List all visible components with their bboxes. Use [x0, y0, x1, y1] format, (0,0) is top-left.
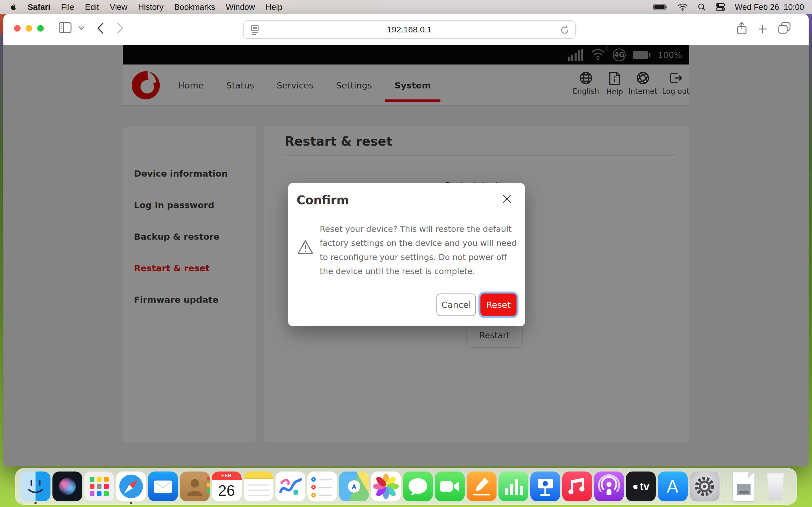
reminders-icon [307, 471, 337, 501]
pages-icon [467, 471, 497, 501]
macos-dock: FEB 26 [15, 468, 797, 505]
forward-button[interactable] [116, 22, 124, 34]
menu-help[interactable]: Help [266, 3, 283, 12]
toolbar-separator [74, 24, 74, 36]
confirm-dialog: Confirm Reset your device? This will res… [288, 183, 525, 326]
sidebar-chevron-icon[interactable] [78, 25, 85, 31]
address-bar[interactable]: 192.168.0.1 [243, 20, 576, 39]
dock-item-maps[interactable] [338, 468, 370, 505]
menu-bookmarks[interactable]: Bookmarks [174, 3, 215, 12]
menu-view[interactable]: View [110, 3, 127, 12]
menu-bar-clock[interactable]: Wed Feb 26 10:00 [735, 3, 804, 12]
dock-item-trash[interactable] [760, 468, 792, 505]
dock-divider [724, 472, 724, 501]
menu-history[interactable]: History [138, 3, 163, 12]
trash-icon [766, 473, 785, 500]
wifi-status-icon[interactable] [677, 3, 688, 11]
reset-button[interactable]: Reset [480, 293, 516, 316]
safari-window: 192.168.0.1 [3, 14, 809, 466]
back-button[interactable] [96, 22, 104, 34]
close-icon[interactable] [501, 193, 513, 205]
facetime-icon [435, 471, 465, 501]
share-icon[interactable] [737, 22, 747, 35]
safari-toolbar: 192.168.0.1 [3, 14, 809, 45]
battery-status-icon[interactable] [653, 3, 668, 11]
dock-item-safari[interactable] [115, 468, 147, 505]
dock-item-photos[interactable] [370, 468, 402, 505]
dock-item-reminders[interactable] [306, 468, 338, 505]
dock-item-system-settings[interactable] [689, 468, 720, 505]
apple-tv-icon: tv [626, 471, 656, 501]
mail-icon [148, 471, 178, 501]
new-tab-icon[interactable] [758, 24, 767, 34]
freeform-icon [275, 471, 305, 501]
tv-label: tv [640, 481, 650, 493]
page-format-icon[interactable] [250, 25, 260, 37]
calendar-icon: FEB 26 [212, 471, 242, 501]
app-store-icon: A [658, 471, 688, 501]
notes-icon [244, 471, 273, 501]
dock-item-mail[interactable] [147, 468, 179, 505]
contacts-icon [180, 471, 210, 501]
clock-date: Wed Feb 26 [735, 3, 779, 12]
warning-icon [297, 239, 313, 255]
messages-icon [403, 471, 433, 501]
dock-item-tv[interactable]: tv [625, 468, 657, 505]
menu-window[interactable]: Window [226, 3, 255, 12]
window-minimize-button[interactable] [26, 25, 32, 32]
music-icon [562, 471, 592, 501]
system-settings-icon [690, 471, 719, 501]
running-indicator [35, 502, 37, 504]
running-indicator [130, 502, 132, 504]
menu-app-name[interactable]: Safari [28, 3, 50, 12]
dock-item-freeform[interactable] [274, 468, 306, 505]
dock-item-siri[interactable] [51, 468, 83, 505]
maps-icon [339, 471, 369, 501]
dock-item-messages[interactable] [402, 468, 434, 505]
dock-item-facetime[interactable] [434, 468, 465, 505]
dock-item-downloads-stack[interactable] [728, 468, 760, 505]
dock-item-keynote[interactable] [529, 468, 561, 505]
url-text: 192.168.0.1 [387, 25, 432, 34]
dock-item-contacts[interactable] [179, 468, 211, 505]
app-store-letter: A [667, 476, 678, 496]
control-center-icon[interactable] [716, 3, 725, 11]
dock-item-launchpad[interactable] [83, 468, 115, 505]
dock-item-music[interactable] [561, 468, 593, 505]
keynote-icon [530, 471, 560, 501]
sidebar-toggle-icon[interactable] [59, 22, 71, 33]
photos-icon [371, 471, 401, 501]
macos-menu-bar: Safari File Edit View History Bookmarks … [0, 0, 812, 14]
dock-item-pages[interactable] [465, 468, 497, 505]
screen: Safari File Edit View History Bookmarks … [0, 0, 812, 507]
dock-item-numbers[interactable] [497, 468, 529, 505]
calendar-day: 26 [212, 480, 242, 501]
spotlight-search-icon[interactable] [698, 3, 706, 11]
reload-icon[interactable] [560, 25, 569, 36]
tab-overview-icon[interactable] [778, 22, 791, 34]
window-close-button[interactable] [14, 25, 20, 32]
numbers-icon [499, 471, 528, 501]
apple-menu-icon[interactable] [10, 3, 17, 11]
dock-item-calendar[interactable]: FEB 26 [211, 468, 243, 505]
calendar-month: FEB [212, 471, 242, 480]
launchpad-icon [84, 471, 114, 501]
podcasts-icon [594, 471, 624, 501]
dock-item-podcasts[interactable] [593, 468, 625, 505]
menu-file[interactable]: File [61, 3, 74, 12]
menu-edit[interactable]: Edit [85, 3, 99, 12]
documents-stack-icon [731, 471, 756, 501]
finder-icon [20, 471, 50, 501]
clock-time: 10:00 [783, 3, 804, 12]
window-zoom-button[interactable] [37, 25, 44, 32]
dialog-message: Reset your device? This will restore the… [320, 222, 517, 278]
siri-icon [52, 471, 82, 501]
dock-item-finder[interactable] [19, 468, 51, 505]
dock-item-app-store[interactable]: A [657, 468, 689, 505]
safari-icon [116, 471, 146, 501]
cancel-button[interactable]: Cancel [437, 293, 476, 316]
dock-item-notes[interactable] [243, 468, 274, 505]
dialog-title: Confirm [297, 193, 349, 207]
